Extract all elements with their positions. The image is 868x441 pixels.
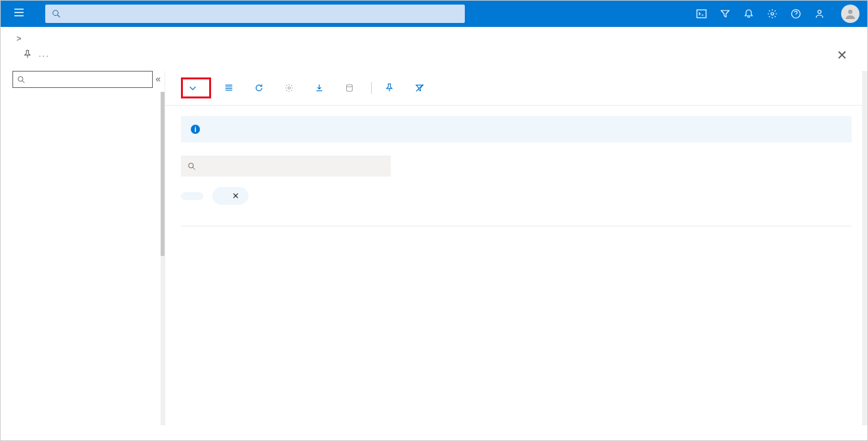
directory-activity-button[interactable] [184, 81, 205, 95]
table-header [181, 215, 852, 226]
collapse-sidebar-icon[interactable]: « [155, 74, 161, 84]
toolbar-divider [371, 82, 372, 94]
chevron-down-icon [188, 83, 197, 93]
search-icon [187, 162, 196, 171]
svg-point-6 [848, 10, 852, 14]
log-search[interactable] [181, 156, 391, 177]
page-subbrand [1, 64, 867, 71]
pill-tenant[interactable]: ✕ [212, 187, 248, 205]
logs-icon [345, 83, 354, 93]
refresh-icon [254, 83, 264, 93]
global-search[interactable] [45, 5, 465, 23]
highlight-directory-activity [181, 77, 211, 98]
settings-icon[interactable] [766, 8, 778, 20]
pill-timespan[interactable] [181, 192, 203, 200]
cloud-shell-icon[interactable] [696, 8, 707, 20]
refresh-button[interactable] [250, 81, 271, 95]
help-icon[interactable] [790, 8, 802, 20]
svg-text:i: i [194, 125, 196, 133]
notifications-icon[interactable] [743, 8, 755, 20]
menu-icon[interactable] [6, 7, 32, 22]
search-icon [17, 75, 26, 84]
svg-point-9 [288, 87, 290, 89]
svg-line-1 [58, 15, 60, 18]
svg-point-5 [818, 10, 821, 14]
top-bar [1, 1, 867, 27]
pin-filters-button[interactable] [381, 81, 402, 95]
svg-point-0 [53, 10, 58, 16]
main-panel: i ✕ [165, 71, 867, 425]
log-table [181, 215, 852, 226]
close-blade[interactable]: ✕ [837, 47, 854, 63]
info-banner: i [181, 116, 852, 142]
pin-icon[interactable] [23, 50, 32, 61]
breadcrumb: > [1, 27, 867, 43]
logs-button[interactable] [341, 81, 362, 95]
reset-filter-icon [415, 83, 424, 93]
close-icon[interactable]: ✕ [232, 191, 239, 201]
breadcrumb-sep: > [16, 33, 22, 43]
download-csv-button[interactable] [311, 81, 332, 95]
filter-icon[interactable] [719, 8, 731, 20]
user-avatar[interactable] [841, 5, 859, 23]
sidebar: « [1, 71, 165, 425]
feedback-icon[interactable] [814, 8, 825, 20]
search-icon [52, 9, 61, 18]
svg-line-15 [193, 167, 195, 169]
svg-rect-2 [697, 10, 706, 18]
svg-point-7 [18, 76, 23, 81]
columns-icon [224, 83, 233, 93]
topbar-icons [682, 8, 838, 20]
sidebar-search[interactable] [12, 71, 153, 88]
main-scrollbar[interactable] [862, 71, 867, 425]
svg-point-3 [771, 12, 774, 15]
gear-icon [285, 83, 294, 93]
info-icon: i [190, 124, 201, 135]
svg-point-14 [189, 163, 193, 167]
page-header: ··· ✕ [1, 43, 867, 64]
reset-filters-button[interactable] [411, 81, 432, 95]
more-icon[interactable]: ··· [39, 51, 50, 60]
svg-point-10 [347, 85, 353, 87]
diagnostics-button[interactable] [281, 81, 302, 95]
pin-icon [385, 83, 394, 93]
filter-pills: ✕ [181, 187, 852, 205]
edit-columns-button[interactable] [220, 81, 241, 95]
download-icon [315, 83, 324, 93]
toolbar [165, 71, 867, 106]
svg-line-8 [22, 81, 24, 83]
